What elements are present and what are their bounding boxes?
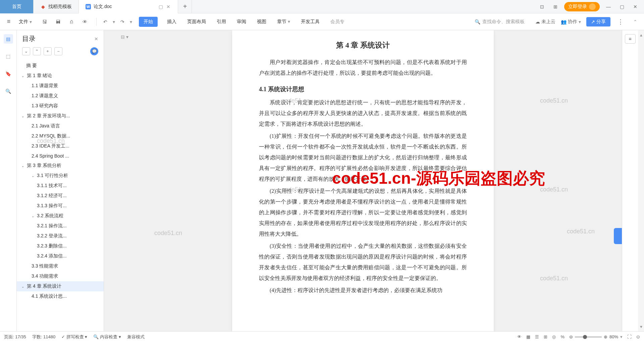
outline-item[interactable]: 1.3 研究内容 (17, 101, 104, 111)
outline-item[interactable]: 摘 要 (17, 61, 104, 71)
chat-icon[interactable]: 💬 (90, 47, 98, 55)
tab-document[interactable]: W 论文.doc ▢ ✕ (79, 0, 178, 13)
section-title: 4.1 系统设计思想 (259, 85, 467, 93)
ruler-icon[interactable]: % (560, 334, 565, 339)
caret-icon[interactable]: ⌄ (32, 214, 36, 218)
bookmark-icon[interactable]: 🔖 (4, 69, 13, 78)
caret-icon[interactable]: ⌄ (21, 114, 25, 118)
cloud-button[interactable]: ☁ 未上云 (535, 19, 555, 25)
share-button[interactable]: ↗ 分享 (586, 17, 610, 26)
tab-template[interactable]: ◆ 找稻壳模板 (34, 0, 79, 13)
menu-start[interactable]: 开始 (139, 17, 158, 27)
scroll-up-icon[interactable]: ▴ (640, 32, 642, 38)
menu-insert[interactable]: 插入 (166, 17, 178, 27)
outline-item[interactable]: 1.2 课题意义 (17, 91, 104, 101)
login-button[interactable]: 立即登录 (564, 2, 600, 11)
add-heading-icon[interactable]: + (44, 47, 52, 55)
outline-item[interactable]: ⌄3.1 可行性分析 (17, 171, 104, 181)
menu-view[interactable]: 视图 (256, 17, 268, 27)
status-content[interactable]: 🔍 内容检查 ▾ (93, 334, 121, 340)
status-compat[interactable]: 兼容模式 (127, 334, 145, 340)
outline-item[interactable]: 3.4 功能需求 (17, 271, 104, 281)
outline-item[interactable]: 3.1.2 经济可... (17, 191, 104, 201)
outline-item[interactable]: 3.2.2 登录流... (17, 231, 104, 241)
fullscreen-icon[interactable]: ⛶ (627, 334, 632, 339)
search-panel-icon[interactable]: 🔍 (4, 87, 13, 96)
caret-icon[interactable]: ⌄ (21, 285, 25, 288)
scroll-down-icon[interactable]: ▾ (640, 324, 642, 329)
outline-item[interactable]: ⌄3.2 系统流程 (17, 211, 104, 221)
outline-item[interactable]: 2.1 Java 语言 (17, 121, 104, 131)
outline-panel-icon[interactable]: ▤ (4, 34, 13, 44)
fit-icon[interactable]: ⊙ (636, 334, 640, 339)
file-menu[interactable]: 文件 ▾ (16, 19, 35, 25)
zoom-in-icon[interactable]: ⊕ (604, 334, 607, 339)
focus-icon[interactable]: ◎ (552, 334, 556, 339)
outline-item[interactable]: 2.2 MYSQL 数据... (17, 131, 104, 141)
more-icon[interactable]: ⋮ (616, 17, 625, 26)
caret-icon[interactable]: ⌄ (21, 164, 25, 168)
outline-item[interactable]: ⌄第 1 章 绪论 (17, 71, 104, 81)
collapse-ribbon-icon[interactable]: ⌃ (631, 17, 640, 26)
menu-member[interactable]: 会员专 (329, 17, 346, 27)
caret-icon[interactable]: ⌄ (21, 74, 25, 78)
print-icon[interactable]: ⎙ (67, 17, 76, 26)
preview-icon[interactable]: 👁 (80, 17, 90, 26)
format-panel-icon[interactable]: ≡ (625, 34, 636, 44)
caret-icon[interactable]: ⌄ (32, 174, 36, 178)
outline-item[interactable]: 2.4 Spring Boot ... (17, 151, 104, 161)
search-input[interactable]: 🔍 查找命令、搜索模板 (472, 19, 527, 25)
menu-dev[interactable]: 开发工具 (300, 17, 321, 27)
page-view-icon[interactable]: ▦ (526, 334, 530, 339)
expand-all-icon[interactable]: ⌃ (33, 47, 41, 55)
zoom-value[interactable]: 80% (609, 334, 618, 339)
close-window-icon[interactable]: ✕ (631, 2, 640, 11)
tab-home[interactable]: 首页 (0, 0, 34, 13)
zoom-out-icon[interactable]: ⊖ (569, 334, 573, 339)
collab-button[interactable]: 👥 协作 ▾ (561, 19, 581, 25)
nav-icon[interactable]: ⬚ (4, 52, 13, 61)
save-as-icon[interactable]: 🖬 (53, 17, 63, 26)
tab-add[interactable]: + (178, 0, 192, 13)
outline-item[interactable]: 2.3 IDEA 开发工... (17, 141, 104, 151)
outline-view-icon[interactable]: ☰ (535, 334, 539, 339)
undo-icon[interactable]: ↶ (101, 17, 110, 26)
page-settings-icon[interactable]: ⊟ ▾ (121, 34, 129, 42)
outline-item[interactable]: 3.1.3 操作可... (17, 201, 104, 211)
web-view-icon[interactable]: ⊞ (544, 334, 547, 339)
side-tab[interactable] (614, 228, 622, 244)
reading-mode-icon[interactable]: 👁 (517, 334, 522, 339)
outline-item[interactable]: 3.3 性能需求 (17, 261, 104, 271)
maximize-icon[interactable]: ▢ (617, 2, 627, 11)
outline-item[interactable]: 3.2.4 添加信... (17, 251, 104, 261)
outline-item[interactable]: ⌄第 3 章 系统分析 (17, 161, 104, 171)
apps-icon[interactable]: ⊞ (551, 2, 560, 11)
outline-item[interactable]: 4.1 系统设计思... (17, 291, 104, 301)
menu-review[interactable]: 审阅 (235, 17, 248, 27)
layout-icon[interactable]: ⊡ (537, 2, 547, 11)
zoom-slider[interactable] (575, 336, 602, 338)
outline-item[interactable]: 3.1.1 技术可... (17, 181, 104, 191)
menu-section[interactable]: 章节 ▾ (276, 17, 291, 27)
status-spell[interactable]: ✓ 拼写检查 ▾ (61, 334, 87, 340)
window-split-icon[interactable]: ▢ (159, 4, 163, 9)
outline-close-icon[interactable]: ✕ (94, 36, 98, 42)
remove-heading-icon[interactable]: − (54, 47, 62, 55)
redo-icon[interactable]: ↷ (118, 17, 127, 26)
outline-item[interactable]: 3.2.1 操作流... (17, 221, 104, 231)
collapse-all-icon[interactable]: ⌄ (22, 47, 30, 55)
status-words[interactable]: 字数: 11480 (32, 334, 55, 340)
undo-dropdown[interactable]: ▾ (113, 19, 115, 24)
minimize-icon[interactable]: — (604, 2, 613, 11)
outline-item[interactable]: 1.1 课题背景 (17, 81, 104, 91)
menu-layout[interactable]: 页面布局 (186, 17, 207, 27)
outline-item[interactable]: ⌄第 4 章 系统设计 (17, 281, 104, 291)
outline-item[interactable]: ⌄第 2 章 开发环境与... (17, 111, 104, 121)
hamburger-icon[interactable]: ≡ (4, 17, 13, 26)
menu-reference[interactable]: 引用 (215, 17, 227, 27)
outline-item[interactable]: 3.2.3 删除信... (17, 241, 104, 251)
save-icon[interactable]: 🖫 (40, 17, 49, 26)
redo-dropdown[interactable]: ▾ (130, 19, 132, 24)
close-icon[interactable]: ✕ (166, 4, 171, 9)
status-page[interactable]: 页面: 17/35 (4, 334, 26, 340)
